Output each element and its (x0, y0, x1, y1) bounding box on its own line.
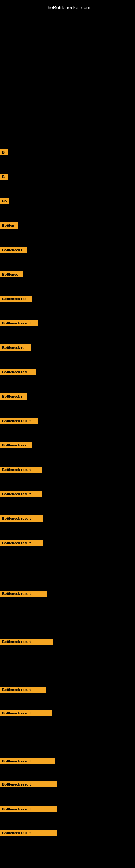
bottleneck-result-label: Bottleneck result (0, 320, 38, 326)
bottleneck-result-label: Bottleneck result (0, 491, 42, 497)
bottleneck-result-label: Bottleneck resul (0, 369, 37, 375)
bottleneck-result-label: Bottleneck result (0, 781, 57, 787)
vertical-line (3, 133, 3, 149)
bottleneck-result-label: Bottleneck result (0, 686, 46, 693)
bottleneck-result-label: Bottleneck result (0, 639, 53, 645)
bottleneck-result-label: Bottleneck result (0, 540, 43, 546)
bottleneck-result-label: Bottleneck result (0, 710, 52, 716)
bottleneck-result-label: Bottleneck result (0, 418, 38, 424)
bottleneck-result-label: Bottleneck result (0, 467, 42, 473)
bottleneck-result-label: Bottleneck re (0, 344, 31, 351)
vertical-line (3, 108, 3, 125)
bottleneck-result-label: Bottleneck result (0, 516, 43, 522)
bottleneck-result-label: Bottleneck result (0, 758, 55, 764)
bottleneck-result-label: Bottlen (0, 222, 17, 229)
bottleneck-result-label: Bottleneck result (0, 830, 57, 836)
bottleneck-result-label: Bottleneck result (0, 590, 47, 597)
bottleneck-result-label: B (0, 174, 8, 180)
bottleneck-result-label: Bottleneck res (0, 442, 32, 448)
bottleneck-result-label: Bottleneck res (0, 296, 32, 302)
bottleneck-result-label: Bottlenec (0, 271, 23, 278)
bottleneck-result-label: Bottleneck result (0, 806, 57, 812)
bottleneck-result-label: Bottleneck r (0, 247, 27, 253)
bottleneck-result-label: Bottleneck r (0, 393, 27, 400)
site-title: TheBottlenecker.com (0, 2, 135, 13)
bottleneck-result-label: Bo (0, 198, 9, 204)
bottleneck-result-label: B (0, 149, 8, 155)
